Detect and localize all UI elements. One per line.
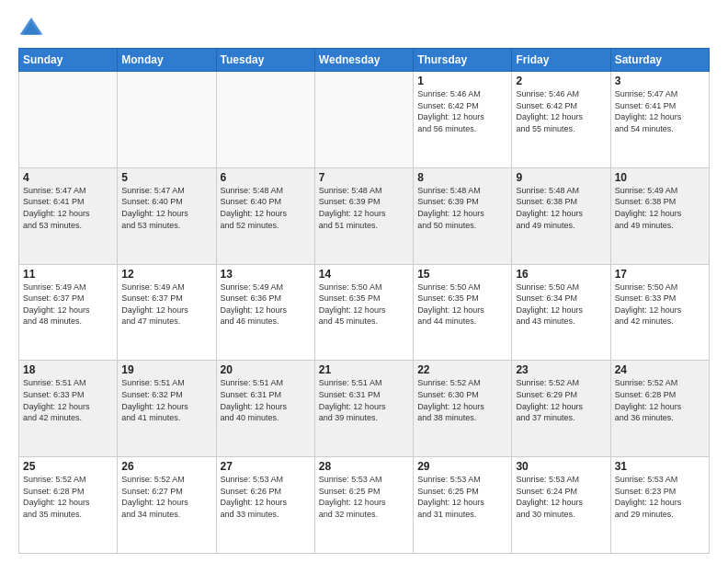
calendar-cell: 15Sunrise: 5:50 AM Sunset: 6:35 PM Dayli… xyxy=(414,264,512,361)
day-info: Sunrise: 5:50 AM Sunset: 6:35 PM Dayligh… xyxy=(417,282,507,327)
day-number: 6 xyxy=(221,171,311,184)
calendar-cell: 1Sunrise: 5:46 AM Sunset: 6:42 PM Daylig… xyxy=(414,72,512,168)
day-info: Sunrise: 5:51 AM Sunset: 6:32 PM Dayligh… xyxy=(121,377,211,423)
weekday-thursday: Thursday xyxy=(414,49,512,72)
week-row-4: 18Sunrise: 5:51 AM Sunset: 6:33 PM Dayli… xyxy=(19,361,710,457)
day-number: 26 xyxy=(121,460,211,473)
calendar-cell xyxy=(118,72,216,168)
day-info: Sunrise: 5:51 AM Sunset: 6:33 PM Dayligh… xyxy=(23,377,113,423)
day-info: Sunrise: 5:49 AM Sunset: 6:37 PM Dayligh… xyxy=(23,282,113,327)
day-info: Sunrise: 5:53 AM Sunset: 6:26 PM Dayligh… xyxy=(221,474,311,520)
week-row-2: 4Sunrise: 5:47 AM Sunset: 6:41 PM Daylig… xyxy=(19,167,710,264)
calendar-cell: 11Sunrise: 5:49 AM Sunset: 6:37 PM Dayli… xyxy=(19,264,118,361)
calendar-cell: 19Sunrise: 5:51 AM Sunset: 6:32 PM Dayli… xyxy=(118,361,216,457)
day-info: Sunrise: 5:47 AM Sunset: 6:41 PM Dayligh… xyxy=(23,185,113,231)
calendar-cell: 14Sunrise: 5:50 AM Sunset: 6:35 PM Dayli… xyxy=(314,264,413,361)
day-info: Sunrise: 5:51 AM Sunset: 6:31 PM Dayligh… xyxy=(221,377,311,423)
calendar-cell: 10Sunrise: 5:49 AM Sunset: 6:38 PM Dayli… xyxy=(610,167,709,264)
calendar-cell xyxy=(19,72,118,168)
calendar-cell: 27Sunrise: 5:53 AM Sunset: 6:26 PM Dayli… xyxy=(216,457,314,554)
logo xyxy=(18,15,48,40)
day-info: Sunrise: 5:48 AM Sunset: 6:40 PM Dayligh… xyxy=(221,185,311,231)
calendar-cell: 22Sunrise: 5:52 AM Sunset: 6:30 PM Dayli… xyxy=(414,361,512,457)
calendar-cell: 9Sunrise: 5:48 AM Sunset: 6:38 PM Daylig… xyxy=(512,167,610,264)
weekday-saturday: Saturday xyxy=(610,49,709,72)
weekday-tuesday: Tuesday xyxy=(216,49,314,72)
day-number: 4 xyxy=(23,171,113,184)
day-info: Sunrise: 5:49 AM Sunset: 6:37 PM Dayligh… xyxy=(121,282,211,327)
day-info: Sunrise: 5:53 AM Sunset: 6:25 PM Dayligh… xyxy=(319,474,409,520)
day-number: 28 xyxy=(319,460,409,473)
calendar-cell: 25Sunrise: 5:52 AM Sunset: 6:28 PM Dayli… xyxy=(19,457,118,554)
calendar-cell xyxy=(216,72,314,168)
day-info: Sunrise: 5:50 AM Sunset: 6:35 PM Dayligh… xyxy=(319,282,409,327)
weekday-header-row: SundayMondayTuesdayWednesdayThursdayFrid… xyxy=(19,49,710,72)
day-number: 1 xyxy=(417,75,507,87)
day-info: Sunrise: 5:48 AM Sunset: 6:39 PM Dayligh… xyxy=(417,185,507,231)
day-number: 2 xyxy=(516,75,606,87)
calendar-cell: 30Sunrise: 5:53 AM Sunset: 6:24 PM Dayli… xyxy=(512,457,610,554)
calendar-cell: 21Sunrise: 5:51 AM Sunset: 6:31 PM Dayli… xyxy=(314,361,413,457)
day-info: Sunrise: 5:53 AM Sunset: 6:24 PM Dayligh… xyxy=(516,474,606,520)
day-info: Sunrise: 5:48 AM Sunset: 6:38 PM Dayligh… xyxy=(516,185,606,231)
day-info: Sunrise: 5:52 AM Sunset: 6:28 PM Dayligh… xyxy=(23,474,113,520)
day-number: 17 xyxy=(615,268,705,281)
day-info: Sunrise: 5:46 AM Sunset: 6:42 PM Dayligh… xyxy=(417,88,507,134)
day-info: Sunrise: 5:52 AM Sunset: 6:28 PM Dayligh… xyxy=(615,377,705,423)
day-number: 30 xyxy=(516,460,606,473)
day-number: 24 xyxy=(615,363,705,376)
calendar-cell: 2Sunrise: 5:46 AM Sunset: 6:42 PM Daylig… xyxy=(512,72,610,168)
week-row-3: 11Sunrise: 5:49 AM Sunset: 6:37 PM Dayli… xyxy=(19,264,710,361)
day-info: Sunrise: 5:46 AM Sunset: 6:42 PM Dayligh… xyxy=(516,88,606,134)
day-number: 22 xyxy=(417,363,507,376)
day-info: Sunrise: 5:49 AM Sunset: 6:36 PM Dayligh… xyxy=(221,282,311,327)
header xyxy=(18,15,710,40)
calendar-cell xyxy=(314,72,413,168)
day-number: 27 xyxy=(221,460,311,473)
calendar-cell: 6Sunrise: 5:48 AM Sunset: 6:40 PM Daylig… xyxy=(216,167,314,264)
calendar-cell: 16Sunrise: 5:50 AM Sunset: 6:34 PM Dayli… xyxy=(512,264,610,361)
weekday-monday: Monday xyxy=(118,49,216,72)
day-info: Sunrise: 5:47 AM Sunset: 6:40 PM Dayligh… xyxy=(121,185,211,231)
day-info: Sunrise: 5:50 AM Sunset: 6:33 PM Dayligh… xyxy=(615,282,705,327)
calendar-cell: 17Sunrise: 5:50 AM Sunset: 6:33 PM Dayli… xyxy=(610,264,709,361)
weekday-friday: Friday xyxy=(512,49,610,72)
day-number: 13 xyxy=(221,268,311,281)
day-info: Sunrise: 5:47 AM Sunset: 6:41 PM Dayligh… xyxy=(615,88,705,134)
week-row-5: 25Sunrise: 5:52 AM Sunset: 6:28 PM Dayli… xyxy=(19,457,710,554)
calendar-cell: 13Sunrise: 5:49 AM Sunset: 6:36 PM Dayli… xyxy=(216,264,314,361)
calendar-cell: 24Sunrise: 5:52 AM Sunset: 6:28 PM Dayli… xyxy=(610,361,709,457)
calendar-cell: 12Sunrise: 5:49 AM Sunset: 6:37 PM Dayli… xyxy=(118,264,216,361)
day-info: Sunrise: 5:50 AM Sunset: 6:34 PM Dayligh… xyxy=(516,282,606,327)
calendar-cell: 23Sunrise: 5:52 AM Sunset: 6:29 PM Dayli… xyxy=(512,361,610,457)
calendar-cell: 7Sunrise: 5:48 AM Sunset: 6:39 PM Daylig… xyxy=(314,167,413,264)
day-number: 21 xyxy=(319,363,409,376)
day-number: 9 xyxy=(516,171,606,184)
day-info: Sunrise: 5:48 AM Sunset: 6:39 PM Dayligh… xyxy=(319,185,409,231)
day-number: 8 xyxy=(417,171,507,184)
calendar-cell: 3Sunrise: 5:47 AM Sunset: 6:41 PM Daylig… xyxy=(610,72,709,168)
calendar-cell: 31Sunrise: 5:53 AM Sunset: 6:23 PM Dayli… xyxy=(610,457,709,554)
day-number: 5 xyxy=(121,171,211,184)
calendar-cell: 4Sunrise: 5:47 AM Sunset: 6:41 PM Daylig… xyxy=(19,167,118,264)
calendar-cell: 28Sunrise: 5:53 AM Sunset: 6:25 PM Dayli… xyxy=(314,457,413,554)
calendar-cell: 8Sunrise: 5:48 AM Sunset: 6:39 PM Daylig… xyxy=(414,167,512,264)
day-number: 23 xyxy=(516,363,606,376)
day-number: 16 xyxy=(516,268,606,281)
logo-icon xyxy=(18,15,44,40)
day-number: 29 xyxy=(417,460,507,473)
day-number: 31 xyxy=(615,460,705,473)
calendar-cell: 18Sunrise: 5:51 AM Sunset: 6:33 PM Dayli… xyxy=(19,361,118,457)
day-number: 12 xyxy=(121,268,211,281)
day-info: Sunrise: 5:52 AM Sunset: 6:29 PM Dayligh… xyxy=(516,377,606,423)
day-info: Sunrise: 5:52 AM Sunset: 6:30 PM Dayligh… xyxy=(417,377,507,423)
calendar-table: SundayMondayTuesdayWednesdayThursdayFrid… xyxy=(18,48,710,554)
page: SundayMondayTuesdayWednesdayThursdayFrid… xyxy=(0,0,728,563)
calendar-cell: 5Sunrise: 5:47 AM Sunset: 6:40 PM Daylig… xyxy=(118,167,216,264)
day-info: Sunrise: 5:52 AM Sunset: 6:27 PM Dayligh… xyxy=(121,474,211,520)
day-number: 10 xyxy=(615,171,705,184)
day-number: 14 xyxy=(319,268,409,281)
day-info: Sunrise: 5:53 AM Sunset: 6:23 PM Dayligh… xyxy=(615,474,705,520)
day-info: Sunrise: 5:49 AM Sunset: 6:38 PM Dayligh… xyxy=(615,185,705,231)
day-number: 3 xyxy=(615,75,705,87)
